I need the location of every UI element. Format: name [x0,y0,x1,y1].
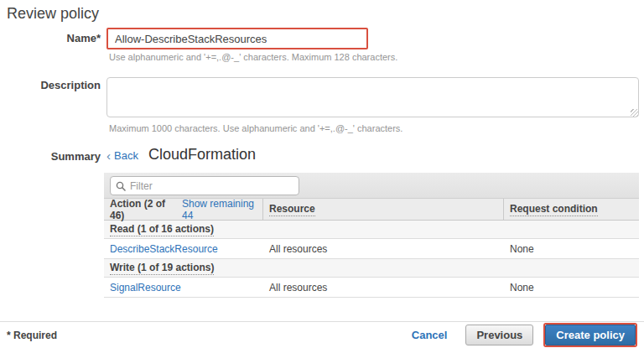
group-header-read: Read (1 of 16 actions) [104,221,639,239]
table-row: SignalResource All resources None [104,278,639,298]
previous-button[interactable]: Previous [465,325,533,345]
table-row: DescribeStackResource All resources None [104,239,639,259]
description-label: Description [0,79,101,91]
resource-header-term[interactable]: Resource [269,203,315,216]
filter-bar [104,173,639,199]
chevron-left-icon: ‹ [106,148,111,163]
request-condition-header-term[interactable]: Request condition [510,203,598,216]
description-help-text: Maximum 1000 characters. Use alphanumeri… [109,123,402,133]
group-header-write: Write (1 of 19 actions) [104,259,639,278]
column-header-action: Action (2 of 46) Show remaining 44 [104,199,263,220]
column-header-resource: Resource [263,199,504,220]
footer-actions: Cancel Previous Create policy [412,323,637,347]
name-input[interactable] [106,28,368,49]
name-label: Name* [0,28,101,49]
back-link[interactable]: ‹ Back [106,148,138,162]
textarea-resize-grip[interactable] [631,109,638,117]
create-policy-button[interactable]: Create policy [545,325,636,345]
condition-cell: None [504,243,639,255]
resource-cell: All resources [263,282,504,293]
summary-label: Summary [0,150,101,163]
filter-box[interactable] [110,176,299,195]
action-link-describestackresource[interactable]: DescribeStackResource [110,243,218,255]
required-note: * Required [7,330,57,341]
back-link-label: Back [114,149,138,162]
condition-cell: None [504,282,639,293]
page-title: Review policy [7,5,99,23]
action-count-label: Action (2 of 46) [110,198,178,221]
column-header-request-condition: Request condition [504,199,639,220]
action-link-signalresource[interactable]: SignalResource [110,282,181,293]
service-title: CloudFormation [148,146,256,164]
policy-summary-table: Action (2 of 46) Show remaining 44 Resou… [104,173,639,298]
name-help-text: Use alphanumeric and '+=,.@-_' character… [109,52,397,62]
footer-bar: * Required Cancel Previous Create policy [0,321,644,348]
filter-input[interactable] [130,180,293,192]
create-policy-highlight: Create policy [543,323,637,347]
summary-header: ‹ Back CloudFormation [106,146,256,164]
show-remaining-link[interactable]: Show remaining 44 [182,198,262,221]
search-icon [116,181,126,191]
read-group-term[interactable]: Read (1 of 16 actions) [110,223,214,236]
description-textarea[interactable] [106,77,639,117]
cancel-link[interactable]: Cancel [412,329,448,341]
resource-cell: All resources [263,243,504,255]
table-header-row: Action (2 of 46) Show remaining 44 Resou… [104,199,639,221]
write-group-term[interactable]: Write (1 of 19 actions) [110,262,214,275]
